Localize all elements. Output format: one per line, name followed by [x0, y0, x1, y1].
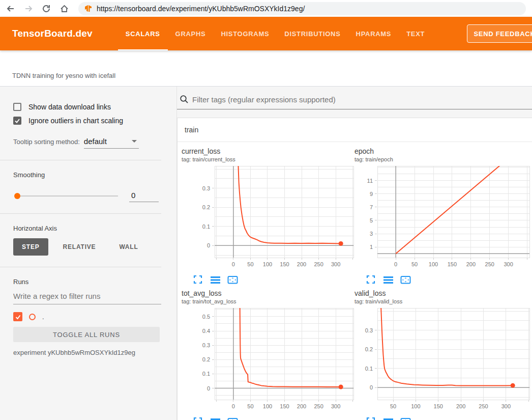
experiment-title: TDNN training for yesno with icefall — [12, 72, 115, 79]
run-list-item[interactable]: . — [13, 312, 161, 321]
horizontal-axis-label: Horizontal Axis — [13, 225, 161, 232]
tab-text[interactable]: TEXT — [399, 17, 432, 50]
svg-text:0: 0 — [232, 403, 235, 409]
fullscreen-icon[interactable] — [193, 417, 203, 420]
tensorboard-favicon — [84, 5, 92, 12]
smoothing-value-input[interactable] — [129, 190, 159, 202]
horizontal-lines-icon[interactable] — [210, 417, 220, 420]
home-icon[interactable] — [58, 3, 70, 14]
chart-actions — [366, 417, 532, 420]
smoothing-slider[interactable] — [15, 195, 118, 197]
svg-text:0: 0 — [370, 384, 373, 390]
axis-wall-button[interactable]: WALL — [110, 238, 146, 256]
runs-regex-input[interactable] — [13, 288, 161, 304]
tab-distributions[interactable]: DISTRIBUTIONS — [277, 17, 348, 50]
svg-text:250: 250 — [479, 403, 488, 409]
fullscreen-icon[interactable] — [193, 275, 203, 285]
run-name: . — [42, 313, 44, 321]
svg-text:0: 0 — [207, 242, 210, 248]
tab-hparams[interactable]: HPARAMS — [348, 17, 399, 50]
svg-text:100: 100 — [429, 261, 438, 267]
ignore-outliers-label: Ignore outliers in chart scaling — [28, 117, 123, 125]
tag-filter-bar — [177, 95, 532, 109]
train-section-header[interactable]: train — [178, 118, 532, 142]
forward-icon[interactable] — [23, 3, 34, 14]
svg-text:200: 200 — [297, 403, 306, 409]
fullscreen-icon[interactable] — [366, 417, 376, 420]
run-color-circle-icon — [29, 314, 36, 320]
checkbox-checked-icon[interactable] — [13, 117, 21, 125]
fit-to-data-icon[interactable] — [227, 417, 238, 420]
slider-thumb[interactable] — [14, 193, 20, 199]
svg-text:250: 250 — [314, 261, 323, 267]
svg-text:150: 150 — [448, 261, 457, 267]
show-download-links-label: Show data download links — [28, 103, 111, 111]
svg-text:100: 100 — [263, 261, 272, 267]
svg-text:0: 0 — [232, 261, 235, 267]
svg-text:50: 50 — [411, 261, 418, 267]
svg-text:150: 150 — [280, 403, 289, 409]
chart-actions — [366, 275, 532, 285]
axis-step-button[interactable]: STEP — [13, 238, 48, 256]
reload-icon[interactable] — [41, 3, 52, 14]
show-download-links-checkbox-row[interactable]: Show data download links — [13, 103, 161, 111]
fit-to-data-icon[interactable] — [400, 417, 410, 420]
chart-tag: tag: train/current_loss — [182, 156, 354, 162]
svg-text:0.3: 0.3 — [202, 342, 210, 348]
address-bar[interactable]: https://tensorboard.dev/experiment/yKUbh… — [78, 2, 526, 15]
svg-text:0.2: 0.2 — [365, 346, 373, 352]
fit-to-data-icon[interactable] — [227, 275, 238, 285]
back-icon[interactable] — [5, 3, 16, 14]
run-checkbox-checked-icon[interactable] — [13, 312, 22, 321]
svg-text:300: 300 — [501, 403, 511, 409]
svg-text:0: 0 — [207, 385, 210, 391]
tooltip-sorting-select[interactable]: default — [84, 137, 139, 149]
smoothing-slider-row — [13, 190, 161, 202]
nav-tabs: SCALARS GRAPHS HISTOGRAMS DISTRIBUTIONS … — [118, 17, 432, 50]
checkbox-unchecked-icon[interactable] — [13, 103, 21, 111]
axis-relative-button[interactable]: RELATIVE — [54, 238, 105, 256]
line-chart-current-loss[interactable]: 05010015020025030000.10.20.3 — [192, 165, 356, 272]
chart-title: valid_loss — [354, 289, 532, 297]
horizontal-lines-icon[interactable] — [383, 417, 393, 420]
line-chart-valid-loss[interactable]: 5010015020025030000.10.20.3 — [354, 307, 531, 414]
runs-label: Runs — [13, 278, 161, 286]
chart-title: current_loss — [182, 147, 354, 155]
horizontal-lines-icon[interactable] — [383, 275, 393, 285]
svg-text:100: 100 — [411, 403, 420, 409]
tab-histograms[interactable]: HISTOGRAMS — [213, 17, 277, 50]
svg-text:0.2: 0.2 — [202, 356, 210, 362]
chevron-down-icon — [132, 140, 137, 143]
svg-text:50: 50 — [247, 403, 253, 409]
tag-filter-input[interactable] — [192, 95, 532, 104]
svg-text:0.1: 0.1 — [365, 366, 373, 372]
fit-to-data-icon[interactable] — [400, 275, 410, 285]
ignore-outliers-checkbox-row[interactable]: Ignore outliers in chart scaling — [13, 117, 161, 125]
chart-tag: tag: train/tot_avg_loss — [182, 298, 354, 304]
svg-text:200: 200 — [456, 403, 465, 409]
line-chart-epoch[interactable]: 0501001502002503001357911 — [354, 165, 531, 272]
horizontal-lines-icon[interactable] — [210, 275, 220, 285]
svg-text:0.1: 0.1 — [202, 223, 210, 230]
svg-text:0.5: 0.5 — [202, 314, 210, 320]
send-feedback-button[interactable]: SEND FEEDBACK — [467, 24, 532, 43]
svg-text:150: 150 — [280, 261, 289, 267]
svg-text:0.3: 0.3 — [365, 327, 373, 333]
toggle-all-runs-button[interactable]: TOGGLE ALL RUNS — [13, 327, 160, 342]
svg-text:300: 300 — [504, 261, 513, 267]
sidebar-divider — [0, 160, 161, 160]
svg-text:200: 200 — [297, 261, 306, 267]
tab-scalars[interactable]: SCALARS — [118, 17, 168, 50]
svg-text:0.3: 0.3 — [202, 185, 210, 191]
sidebar-divider — [0, 267, 161, 267]
tab-graphs[interactable]: GRAPHS — [168, 17, 214, 50]
svg-text:300: 300 — [331, 261, 340, 267]
svg-text:9: 9 — [370, 191, 373, 197]
chart-card-tot-avg-loss: tot_avg_loss tag: train/tot_avg_loss 050… — [182, 289, 354, 420]
train-section-card: train current_loss tag: train/current_lo… — [177, 118, 532, 420]
svg-text:150: 150 — [434, 403, 443, 409]
fullscreen-icon[interactable] — [366, 275, 376, 285]
svg-text:100: 100 — [263, 403, 272, 409]
line-chart-tot-avg-loss[interactable]: 05010015020025030000.10.20.30.40.5 — [192, 307, 356, 414]
sidebar-divider — [0, 213, 161, 214]
